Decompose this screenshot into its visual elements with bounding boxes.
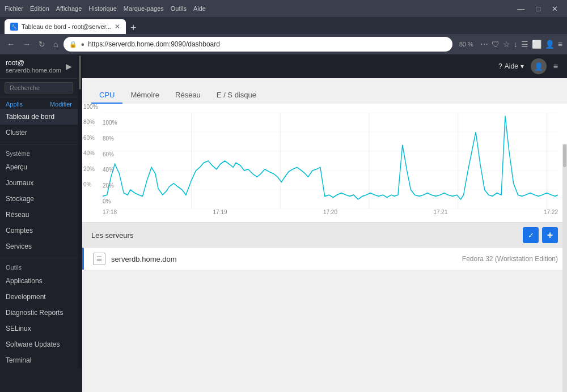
forward-button[interactable]: → [20,37,33,51]
sidebar-item-journaux[interactable]: Journaux [0,175,78,191]
browser-toolbar: ← → ↻ ⌂ 🔒 ● https://serverdb.home.dom:90… [0,34,567,54]
back-button[interactable]: ← [5,37,17,51]
x-label-1719: 17:19 [213,209,227,215]
y-label-40: 40% [103,167,117,173]
servers-actions: ✓ + [523,227,558,243]
browser-titlebar: Fichier Édition Affichage Historique Mar… [0,0,567,17]
menu-affichage[interactable]: Affichage [56,5,82,12]
sidebar-header: root@ serverdb.home.dom ▶ [0,54,78,79]
menu-outils[interactable]: Outils [171,5,187,12]
main-scrollbar[interactable] [562,144,567,392]
menu-edition[interactable]: Édition [30,5,49,12]
menu-aide[interactable]: Aide [193,5,206,12]
cpu-chart [103,113,558,209]
reader-icon[interactable]: ☰ [521,40,528,49]
metric-tabs: CPU Mémoire Réseau E / S disque [82,78,567,104]
y-axis-overlay: 100%80%60%40%20%0% [82,104,99,188]
apps-section-header: Applis Modifier [0,97,78,109]
help-icon: ? [498,62,502,70]
y-label-100: 100% [103,120,117,126]
toolbar-icons: ⋯ 🛡 ☆ ↓ ☰ ⬜ 👤 ≡ [480,40,562,49]
browser-tab[interactable]: 🔧 Tableau de bord - root@server... ✕ [5,19,126,34]
restore-button[interactable]: □ [531,5,545,13]
download-icon[interactable]: ↓ [514,40,518,49]
sidebar-item-software-updates[interactable]: Software Updates [0,336,78,352]
minimize-button[interactable]: — [513,5,529,13]
tab-disque[interactable]: E / S disque [209,87,264,104]
sidebar-hostname: serverdb.home.dom [6,67,61,74]
sidebar-item-development[interactable]: Development [0,289,78,305]
sidebar-item-comptes[interactable]: Comptes [0,223,78,238]
profile-icon[interactable]: 👤 [545,40,555,49]
chart-svg [103,113,558,209]
sidebar-scrollbar[interactable] [78,54,82,368]
new-tab-button[interactable]: + [126,22,141,34]
chart-x-labels: 17:18 17:19 17:20 17:21 17:22 [103,209,558,218]
content-area: CPU Mémoire Réseau E / S disque 100%80%6… [82,78,567,392]
help-button[interactable]: ? Aide ▾ [498,62,524,70]
home-button[interactable]: ⌂ [51,37,60,51]
main-scroll-thumb [563,144,566,167]
sidebar-search [0,79,78,97]
sidebar-item-cluster[interactable]: Cluster [0,125,78,140]
main-content: ? Aide ▾ 👤 ≡ CPU Mémoire Réseau E / S di… [82,54,567,392]
servers-section: Les serveurs ✓ + ☰ serverdb.home.dom Fed… [82,222,567,270]
menu-marquepages[interactable]: Marque-pages [124,5,164,12]
more-button[interactable]: ⋯ [480,40,488,49]
check-button[interactable]: ✓ [523,227,539,243]
zoom-level: 80 % [456,41,477,48]
sidebar-item-services[interactable]: Services [0,238,78,254]
tab-cpu[interactable]: CPU [91,87,122,104]
menu-icon[interactable]: ≡ [558,40,562,49]
modifier-button[interactable]: Modifier [50,101,72,108]
user-avatar[interactable]: 👤 [531,58,547,74]
sidebar-item-reseau[interactable]: Réseau [0,207,78,223]
security-icon: 🔒 [69,41,77,48]
sidebar-item-tableau-de-bord[interactable]: Tableau de bord [0,109,78,125]
y-label-80: 80% [103,135,117,142]
tab-memoire[interactable]: Mémoire [122,87,167,104]
server-name: serverdb.home.dom [111,255,462,263]
servers-header: Les serveurs ✓ + [82,223,567,248]
close-button[interactable]: ✕ [547,5,562,13]
cockpit-header: ? Aide ▾ 👤 ≡ [82,54,567,78]
sidebar-item-stockage[interactable]: Stockage [0,191,78,207]
add-server-button[interactable]: + [542,227,558,243]
sidebar-section-systeme: Système [0,148,78,159]
pip-icon[interactable]: ⬜ [532,40,541,49]
y-label-20: 20% [103,182,117,189]
bookmark-icon[interactable]: ☆ [503,40,510,49]
table-row[interactable]: ☰ serverdb.home.dom Fedora 32 (Workstati… [82,248,567,270]
sidebar-divider-2 [0,258,78,258]
sidebar-item-diagnostic-reports[interactable]: Diagnostic Reports [0,305,78,321]
sidebar-username: root@ [6,59,61,67]
x-label-1722: 17:22 [544,209,558,215]
sidebar-item-selinux[interactable]: SELinux [0,321,78,336]
sidebar-section-outils: Outils [0,262,78,273]
sidebar-item-apercu[interactable]: Aperçu [0,159,78,175]
tab-bar: 🔧 Tableau de bord - root@server... ✕ + [0,17,567,34]
server-os: Fedora 32 (Workstation Edition) [462,255,558,263]
sidebar-item-applications[interactable]: Applications [0,273,78,289]
reload-button[interactable]: ↻ [36,37,48,51]
server-icon: ☰ [93,253,105,265]
menu-historique[interactable]: Historique [88,5,117,12]
tab-reseau[interactable]: Réseau [167,87,209,104]
lock-icon: ● [81,41,84,48]
x-label-1721: 17:21 [433,209,447,215]
sidebar-user-info: root@ serverdb.home.dom [6,59,61,74]
tab-close-button[interactable]: ✕ [115,23,120,31]
address-bar[interactable]: 🔒 ● https://serverdb.home.dom:9090/dashb… [64,37,452,52]
sidebar-divider-1 [0,144,78,144]
sidebar-toggle-icon[interactable]: ▶ [66,62,72,71]
menu-fichier[interactable]: Fichier [5,5,23,12]
x-label-1720: 17:20 [323,209,337,215]
search-input[interactable] [5,82,73,93]
shield-icon[interactable]: 🛡 [492,40,500,49]
y-label-0: 0% [103,198,117,204]
y-label-60: 60% [103,151,117,157]
sidebar: root@ serverdb.home.dom ▶ Applis Modifie… [0,54,82,392]
tab-favicon: 🔧 [10,23,18,31]
sidebar-item-terminal[interactable]: Terminal [0,352,78,368]
cockpit-menu-icon[interactable]: ≡ [553,62,558,71]
